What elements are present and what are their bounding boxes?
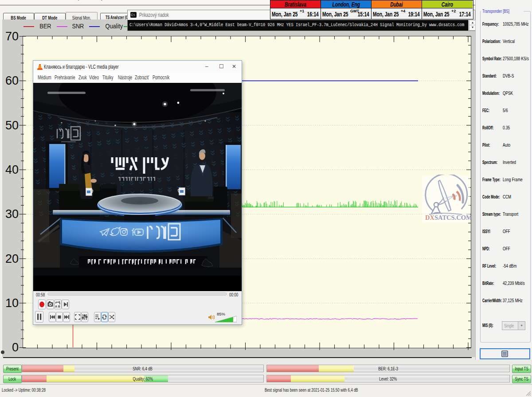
svg-text:A B: A B <box>55 305 60 308</box>
svg-text:DXSATCS.COM: DXSATCS.COM <box>425 214 472 221</box>
